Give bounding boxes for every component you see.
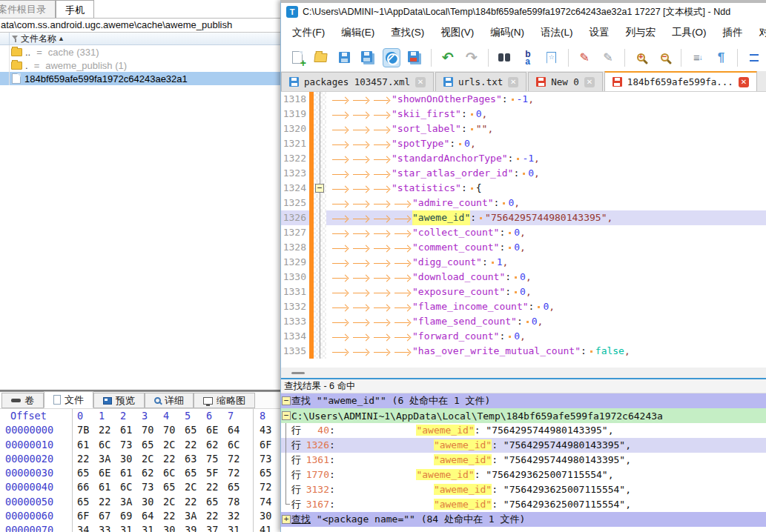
bookmark-icon[interactable]: ☆ (543, 48, 561, 67)
viewer-tab-缩略图[interactable]: 缩略图 (194, 393, 255, 408)
menu-对比(C)[interactable]: 对比(C) (751, 23, 766, 42)
hex-row[interactable]: 00000030656E61626C655F7265 (0, 466, 280, 480)
result-fold-margin (281, 453, 291, 468)
tab-whitespace-icon (332, 348, 347, 353)
show-symbols-icon[interactable]: ¶ (713, 48, 730, 67)
editor-line[interactable]: 1334"forward_count":0, (281, 329, 766, 344)
close-tab-icon[interactable]: ✕ (508, 77, 518, 87)
editor-line[interactable]: 1327"collect_count":0, (281, 225, 766, 240)
search-hit-row[interactable]: 行40: "aweme_id": "7564295744980143395", (281, 423, 766, 438)
menu-设置[interactable]: 设置 (581, 23, 618, 42)
editor-line[interactable]: 1320"sort_label":"", (281, 122, 766, 136)
open-file-icon[interactable] (312, 48, 330, 67)
menu-编辑(E)[interactable]: 编辑(E) (333, 23, 383, 42)
search-hit-row[interactable]: 行1326: "aweme_id": "7564295744980143395"… (281, 438, 766, 453)
doc-tab[interactable]: packages 103457.xml✕ (281, 72, 434, 91)
tree-row[interactable]: ..=cache (331) (0, 45, 280, 59)
search-hit-row[interactable]: 行1361: "aweme_id": "7564295744980143395"… (281, 453, 766, 468)
editor-line[interactable]: 1323"star_atlas_order_id":0, (281, 166, 766, 181)
expand-icon[interactable]: + (282, 515, 291, 524)
unsaved-icon (536, 77, 546, 87)
search-hit-row[interactable]: 行3167: "aweme_id": "7564293625007115554"… (281, 497, 766, 512)
undo-icon[interactable]: ↶ (439, 48, 457, 67)
editor-line[interactable]: 1330"download_count":0, (281, 270, 766, 285)
search-group-row[interactable]: −C:\Users\ADMINI~1\AppData\Local\Temp\18… (281, 408, 766, 423)
redo-icon[interactable]: ↷ (463, 48, 481, 67)
new-file-icon[interactable] (288, 48, 306, 67)
splitter-handle-icon[interactable] (291, 372, 305, 374)
editor-line[interactable]: 1331"exposure_count":0, (281, 285, 766, 299)
close-all-icon[interactable] (406, 48, 424, 67)
save-icon[interactable] (335, 48, 353, 67)
editor-line[interactable]: 1335"has_over_write_mutual_count":false, (281, 344, 766, 359)
editor-line[interactable]: 1322"standardAnchorType":-1, (281, 151, 766, 166)
clear-mark-icon[interactable]: ✎ (599, 48, 617, 67)
indent-guide-icon[interactable] (745, 48, 763, 67)
doc-tab[interactable]: New 0✕ (528, 72, 603, 91)
menu-文件(F)[interactable]: 文件(F) (284, 23, 333, 42)
search-hit-row[interactable]: 行3132: "aweme_id": "7564293625007115554"… (281, 482, 766, 497)
tree-row[interactable]: 184bf659afe599fa1972c64243ae32a1 (0, 72, 280, 85)
viewer-tab-卷[interactable]: 卷 (1, 393, 44, 408)
hex-row[interactable]: 00000020223A302C2263757273 (0, 452, 280, 466)
save-all-icon[interactable] (359, 48, 377, 67)
menu-视图(V)[interactable]: 视图(V) (432, 23, 482, 42)
menu-编码(N)[interactable]: 编码(N) (482, 23, 532, 42)
editor-line[interactable]: 1329"digg_count":1, (281, 255, 766, 270)
editor-line[interactable]: 1326"aweme_id":"7564295744980143395", (281, 210, 766, 225)
hex-row[interactable]: 00000010616C73652C22626C6F (0, 438, 280, 452)
fold-collapse-icon[interactable]: − (315, 184, 324, 193)
zoom-in-icon[interactable]: + (633, 48, 650, 67)
equals-sign: = (36, 47, 42, 58)
mark-icon[interactable]: ✎ (575, 48, 593, 67)
search-group-row[interactable]: −查找 ""aweme_id"" (6 处命中在 1 文件) (281, 393, 766, 408)
json-value: 0 (528, 166, 534, 181)
find-icon[interactable] (495, 48, 513, 67)
replace-icon[interactable]: ba (519, 48, 537, 67)
hex-row[interactable]: 000000007B22617070656E6443 (0, 423, 280, 437)
code-editor[interactable]: 1318"shownOnOtherPages":-1,1319"skii_fir… (281, 92, 766, 368)
editor-line[interactable]: 1325"admire_count":0, (281, 196, 766, 210)
tab-case-root[interactable]: 案件根目录 (0, 0, 56, 18)
tree-row[interactable]: .=aweme_publish (1) (0, 59, 280, 72)
editor-line[interactable]: 1324−"statistics":{ (281, 181, 766, 196)
search-group-row[interactable]: +查找 "<package name="" (84 处命中在 1 文件) (281, 512, 766, 527)
menu-工具(O)[interactable]: 工具(O) (664, 23, 715, 42)
doc-tab[interactable]: 184bf659afe599fa...✕ (604, 71, 757, 91)
word-wrap-icon[interactable]: ≡ (689, 48, 707, 67)
editor-line[interactable]: 1333"flame_send_count":0, (281, 314, 766, 329)
hex-row[interactable]: 0000004066616C73652C226572 (0, 480, 280, 494)
title-bar[interactable]: T C:\Users\ADMINI~1\AppData\Local\Temp\1… (281, 3, 766, 21)
viewer-tab-详细[interactable]: 详细 (145, 393, 194, 408)
menu-列与宏[interactable]: 列与宏 (618, 23, 664, 42)
zoom-out-icon[interactable]: − (656, 48, 673, 67)
comma: , (482, 107, 488, 122)
editor-line[interactable]: 1321"spotType":0, (281, 136, 766, 151)
tree-column-header[interactable]: 文件名称 ▲ (0, 33, 280, 45)
hex-row[interactable]: 00000070343331313039373141 (0, 523, 280, 532)
space-dot-icon (515, 291, 517, 293)
viewer-tab-预览[interactable]: 预览 (93, 393, 145, 408)
search-hit-row[interactable]: 行1770: "aweme_id": "7564293625007115554"… (281, 468, 766, 482)
editor-line[interactable]: 1328"comment_count":0, (281, 240, 766, 255)
hex-row[interactable]: 0000005065223A302C22657874 (0, 495, 280, 509)
close-icon[interactable] (383, 48, 400, 67)
editor-line[interactable]: 1319"skii_first":0, (281, 107, 766, 122)
editor-line[interactable]: 1318"shownOnOtherPages":-1, (281, 92, 766, 107)
menu-语法(L)[interactable]: 语法(L) (532, 23, 581, 42)
close-tab-icon[interactable]: ✕ (415, 77, 426, 87)
close-tab-icon[interactable]: ✕ (739, 77, 749, 87)
collapse-icon[interactable]: − (282, 396, 291, 405)
tab-phone[interactable]: 手机 (56, 0, 94, 19)
panel-splitter[interactable] (281, 368, 766, 378)
menu-插件[interactable]: 插件 (715, 23, 751, 42)
editor-line[interactable]: 1332"flame_income_count":0, (281, 299, 766, 314)
close-tab-icon[interactable]: ✕ (584, 77, 595, 87)
collapse-icon[interactable]: − (282, 411, 291, 420)
sort-asc-icon[interactable]: ▲ (58, 35, 65, 42)
viewer-tab-文件[interactable]: 文件 (44, 391, 93, 408)
doc-tab[interactable]: urls.txt✕ (435, 72, 526, 91)
filter-icon[interactable] (12, 36, 19, 42)
menu-查找(S)[interactable]: 查找(S) (383, 23, 432, 42)
hex-row[interactable]: 000000606F676964223A223230 (0, 509, 280, 523)
